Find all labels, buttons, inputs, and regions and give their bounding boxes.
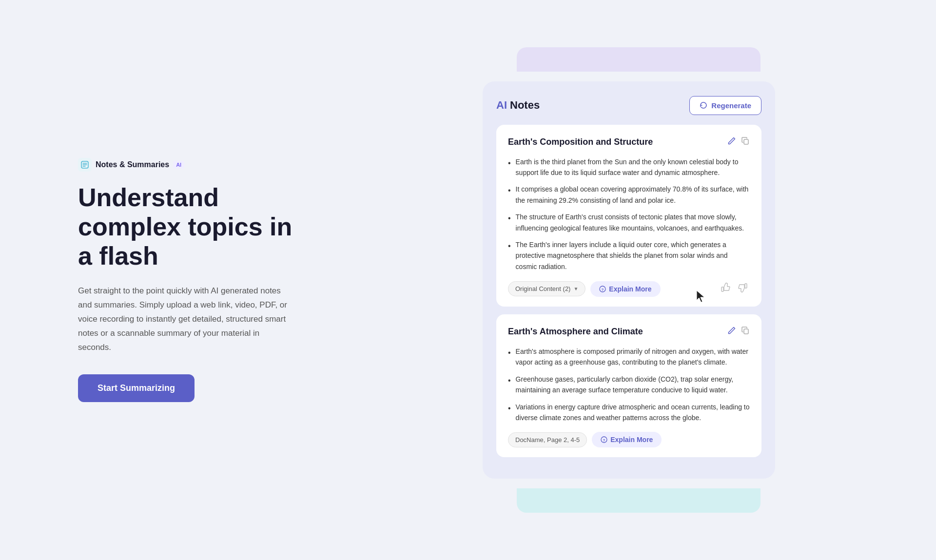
ai-notes-container: AI Notes Regenerate Earth's Composition … (483, 81, 775, 479)
card1-footer-left: Original Content (2) ▼ ? Explain More (508, 281, 661, 297)
notes-header: AI Notes Regenerate (496, 96, 761, 115)
card1-explain-button[interactable]: ? Explain More (590, 281, 660, 297)
card2-footer-left: DocName, Page 2, 4-5 ? Explain More (508, 432, 662, 447)
card2-explain-button[interactable]: ? Explain More (592, 432, 662, 447)
regenerate-button[interactable]: Regenerate (689, 96, 761, 115)
card2-bullets: Earth's atmosphere is composed primarily… (508, 346, 750, 423)
card1-thumbs-down[interactable] (736, 281, 750, 297)
card1-explain-label: Explain More (609, 285, 651, 293)
card1-bullet-3: The structure of Earth's crust consists … (508, 212, 750, 233)
card1-bullet-2: It comprises a global ocean covering app… (508, 184, 750, 206)
svg-rect-9 (744, 329, 748, 334)
regenerate-label: Regenerate (711, 101, 751, 110)
card2-bullet-1: Earth's atmosphere is composed primarily… (508, 346, 750, 368)
card1-bullets: Earth is the third planet from the Sun a… (508, 156, 750, 272)
note-card-2: Earth's Atmosphere and Climate (496, 314, 761, 457)
svg-text:?: ? (602, 287, 604, 291)
card1-footer: Original Content (2) ▼ ? Explain More (508, 281, 750, 297)
note-card-1: Earth's Composition and Structure (496, 125, 761, 307)
edit-icon-card2[interactable] (727, 326, 736, 337)
card2-actions (727, 326, 750, 337)
notes-icon (78, 158, 92, 172)
card1-source-text: Original Content (2) (515, 285, 570, 292)
card1-title: Earth's Composition and Structure (508, 137, 653, 147)
notes-label: Notes (510, 99, 540, 112)
explain-icon-card2: ? (601, 436, 607, 443)
copy-icon-card2[interactable] (741, 326, 750, 337)
edit-icon-card1[interactable] (727, 136, 736, 148)
card2-title: Earth's Atmosphere and Climate (508, 327, 643, 337)
explain-icon-card1: ? (599, 286, 606, 292)
svg-rect-8 (745, 284, 747, 288)
card1-source-badge[interactable]: Original Content (2) ▼ (508, 281, 585, 296)
left-panel: Notes & Summaries AI Understand complex … (0, 119, 341, 441)
right-panel: AI Notes Regenerate Earth's Composition … (341, 62, 936, 499)
notes-panel-title: AI Notes (496, 99, 540, 112)
card2-bullet-3: Variations in energy capture drive atmos… (508, 402, 750, 424)
card2-footer: DocName, Page 2, 4-5 ? Explain More (508, 432, 750, 447)
card1-vote-buttons (719, 281, 750, 297)
card2-source-badge[interactable]: DocName, Page 2, 4-5 (508, 432, 587, 447)
ai-label: AI (496, 99, 507, 112)
card2-header: Earth's Atmosphere and Climate (508, 326, 750, 337)
card2-source-text: DocName, Page 2, 4-5 (515, 436, 580, 444)
svg-text:?: ? (603, 438, 605, 443)
card1-bullet-1: Earth is the third planet from the Sun a… (508, 156, 750, 178)
card1-dropdown-arrow: ▼ (573, 286, 578, 291)
copy-icon-card1[interactable] (741, 136, 750, 148)
bottom-card-peek (517, 488, 760, 513)
description: Get straight to the point quickly with A… (78, 284, 292, 354)
card2-explain-label: Explain More (610, 436, 653, 444)
top-card-peek (517, 47, 760, 72)
badge: Notes & Summaries AI (78, 158, 302, 172)
page-wrapper: Notes & Summaries AI Understand complex … (0, 0, 936, 560)
badge-label: Notes & Summaries (96, 160, 169, 169)
card1-thumbs-up[interactable] (719, 281, 732, 297)
card2-bullet-2: Greenhouse gases, particularly carbon di… (508, 374, 750, 396)
badge-ai-tag: AI (173, 161, 184, 169)
card1-actions (727, 136, 750, 148)
main-title: Understand complex topics in a flash (78, 183, 302, 270)
card1-header: Earth's Composition and Structure (508, 136, 750, 148)
start-summarizing-button[interactable]: Start Summarizing (78, 374, 195, 402)
cursor (695, 290, 706, 305)
card1-bullet-4: The Earth's inner layers include a liqui… (508, 239, 750, 272)
regenerate-icon (700, 101, 707, 109)
svg-rect-4 (744, 139, 748, 144)
svg-rect-7 (722, 287, 723, 291)
